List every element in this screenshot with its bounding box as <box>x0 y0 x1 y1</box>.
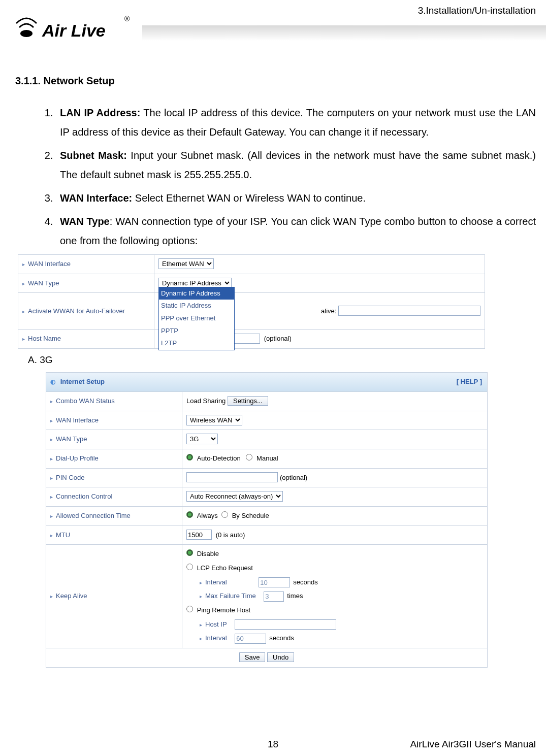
wan-interface-select-2[interactable]: Wireless WAN <box>186 415 242 425</box>
maxfail-label: Max Failure Time <box>205 590 256 603</box>
wan-type-dropdown[interactable]: Dynamic IP Address Static IP Address PPP… <box>158 287 235 350</box>
list-item: LAN IP Address: The local IP address of … <box>56 103 536 142</box>
manual-radio[interactable] <box>246 454 252 461</box>
keep-alive-cell: Disable LCP Echo Request ▸Interval secon… <box>182 545 488 648</box>
maxfail-input[interactable] <box>264 591 284 602</box>
row-label: MTU <box>46 525 182 545</box>
seconds2-label: seconds <box>269 632 294 645</box>
row-label: Dial-Up Profile <box>46 449 182 468</box>
optional-note: (optional) <box>280 474 307 481</box>
table-row: WAN Interface Wireless WAN <box>46 411 488 430</box>
table-row: Save Undo <box>46 648 488 668</box>
row-value-cell: 3G <box>182 430 488 449</box>
alive-input[interactable] <box>338 306 480 316</box>
row-label: Host Name <box>18 330 154 349</box>
schedule-radio[interactable] <box>221 511 228 518</box>
seconds-label: seconds <box>293 576 317 589</box>
row-label: WAN Interface <box>46 411 182 430</box>
ka-disable-radio[interactable] <box>186 549 193 556</box>
times-label: times <box>287 590 303 603</box>
wan-interface-select[interactable]: Ethernet WAN <box>158 258 214 269</box>
mtu-input[interactable] <box>186 530 212 540</box>
table-row: Host Name (optional) <box>18 330 485 349</box>
svg-text:Air Live: Air Live <box>42 21 106 40</box>
page-footer: 18 AirLive Air3GII User's Manual <box>0 739 546 750</box>
svg-point-0 <box>20 30 33 37</box>
radio-label: Always <box>197 512 218 519</box>
alive-label: alive: <box>321 307 336 315</box>
radio-label: By Schedule <box>232 512 269 519</box>
triangle-icon: ▸ <box>200 591 202 601</box>
row-label: Allowed Connection Time <box>46 506 182 525</box>
triangle-icon: ▸ <box>200 634 202 643</box>
ka-ping-radio[interactable] <box>186 606 193 612</box>
table-row: Dial-Up Profile Auto-Detection Manual <box>46 449 488 468</box>
pin-code-input[interactable] <box>186 472 278 482</box>
row-value-cell: (optional) <box>182 468 488 487</box>
row-value-cell: Dynamic IP Address Dynamic IP Address St… <box>154 274 485 293</box>
mtu-note: (0 is auto) <box>216 531 245 539</box>
hostip-input[interactable] <box>235 619 336 630</box>
radio-label: LCP Echo Request <box>197 564 253 572</box>
wan-type-table: WAN Interface Ethernet WAN WAN Type Dyna… <box>18 254 485 349</box>
row-value-cell: Always By Schedule <box>182 506 488 525</box>
dropdown-option[interactable]: Static IP Address <box>159 300 234 312</box>
list-item: Subnet Mask: Input your Subnet mask. (Al… <box>56 146 536 184</box>
table-row: WAN Interface Ethernet WAN <box>18 255 485 274</box>
item-title: WAN Type <box>60 216 110 227</box>
help-link[interactable]: [ HELP ] <box>457 376 482 388</box>
save-button[interactable]: Save <box>239 652 266 662</box>
table-row: Keep Alive Disable LCP Echo Request ▸Int… <box>46 545 488 648</box>
dropdown-option[interactable]: L2TP <box>159 337 234 350</box>
interval-label: Interval <box>205 576 227 589</box>
triangle-icon: ▸ <box>200 620 202 630</box>
row-label: Activate WWAN for Auto-Failover <box>18 293 154 330</box>
interval2-label: Interval <box>205 632 227 645</box>
dropdown-option[interactable]: PPTP <box>159 325 234 338</box>
undo-button[interactable]: Undo <box>267 652 294 662</box>
item-title: WAN Interface: <box>60 192 132 204</box>
row-label: WAN Type <box>18 274 154 293</box>
row-label: Connection Control <box>46 487 182 507</box>
page-header: 3.Installation/Un-installation Air Live … <box>0 0 546 61</box>
item-text: Select Ethernet WAN or Wireless WAN to c… <box>132 192 366 204</box>
brand-logo: Air Live ® <box>10 11 132 48</box>
interval-input[interactable] <box>259 577 290 587</box>
interval2-input[interactable] <box>235 634 266 644</box>
wan-type-select-2[interactable]: 3G <box>186 434 218 444</box>
table-row: Allowed Connection Time Always By Schedu… <box>46 506 488 525</box>
table-title: Internet Setup [ HELP ] <box>46 373 488 392</box>
numbered-list: LAN IP Address: The local IP address of … <box>15 103 536 250</box>
optional-note: (optional) <box>264 335 292 342</box>
triangle-icon: ▸ <box>200 578 202 587</box>
table-row: WAN Type Dynamic IP Address Dynamic IP A… <box>18 274 485 293</box>
chapter-label: 3.Installation/Un-installation <box>418 5 536 16</box>
hostip-label: Host IP <box>205 618 227 631</box>
item-text: : WAN connection type of your ISP. You c… <box>60 216 536 246</box>
internet-setup-table: Internet Setup [ HELP ] Combo WAN Status… <box>46 372 488 668</box>
connection-control-select[interactable]: Auto Reconnect (always-on) <box>186 491 283 502</box>
list-item: WAN Interface: Select Ethernet WAN or Wi… <box>56 188 536 208</box>
row-label: WAN Interface <box>18 255 154 274</box>
row-value-cell: Ethernet WAN <box>154 255 485 274</box>
row-value-cell: Wireless WAN <box>182 411 488 430</box>
table-row: Connection Control Auto Reconnect (alway… <box>46 487 488 507</box>
dropdown-option[interactable]: Dynamic IP Address <box>159 287 234 300</box>
manual-title: AirLive Air3GII User's Manual <box>410 739 536 750</box>
dropdown-option[interactable]: PPP over Ethernet <box>159 312 234 325</box>
settings-button[interactable]: Settings... <box>228 396 268 406</box>
auto-detection-radio[interactable] <box>186 454 193 461</box>
radio-label: Auto-Detection <box>197 454 241 462</box>
row-label: WAN Type <box>46 430 182 449</box>
item-text: Input your Subnet mask. (All devices in … <box>60 150 536 180</box>
table-title-row: Internet Setup [ HELP ] <box>46 373 488 392</box>
load-sharing-text: Load Sharing <box>186 397 226 405</box>
save-row: Save Undo <box>46 648 488 668</box>
radio-label: Manual <box>256 454 278 462</box>
ka-lcp-radio[interactable] <box>186 564 193 570</box>
table-row: Activate WWAN for Auto-Failover alive: <box>18 293 485 330</box>
content-area: 3.1.1. Network Setup LAN IP Address: The… <box>0 61 546 668</box>
subsection-a-label: A. 3G <box>28 351 536 369</box>
title-text: Internet Setup <box>60 378 105 385</box>
always-radio[interactable] <box>186 511 193 518</box>
